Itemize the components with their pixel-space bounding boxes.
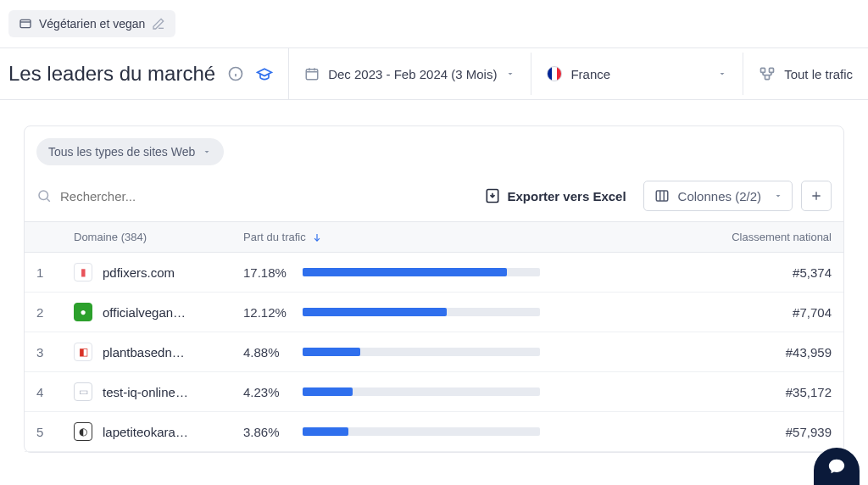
table-row[interactable]: 2 ● officialvegan… 12.12% #7,704	[25, 293, 843, 332]
national-rank: #57,939	[548, 425, 832, 439]
category-tag-label: Végétarien et vegan	[39, 17, 145, 31]
traffic-share-bar	[303, 308, 540, 316]
row-index: 2	[36, 305, 74, 320]
date-range-selector[interactable]: Dec 2023 - Feb 2024 (3 Mois)	[289, 53, 531, 95]
national-rank: #7,704	[548, 305, 832, 320]
traffic-share-pct: 4.23%	[243, 385, 292, 399]
table-row[interactable]: 3 ◧ plantbasedn… 4.88% #43,959	[25, 332, 843, 372]
export-excel-button[interactable]: Exporter vers Excel	[476, 182, 635, 209]
flag-france-icon	[547, 66, 562, 81]
export-icon	[484, 187, 501, 204]
table-row[interactable]: 1 ▮ pdfixers.com 17.18% #5,374	[25, 253, 843, 293]
chat-launcher[interactable]	[814, 448, 860, 485]
site-type-label: Tous les types de sites Web	[48, 145, 195, 159]
domain-name[interactable]: officialvegan…	[103, 305, 186, 320]
header-share[interactable]: Part du trafic	[243, 231, 548, 243]
traffic-share-bar	[303, 348, 540, 356]
add-column-button[interactable]	[801, 181, 832, 211]
favicon: ◧	[74, 343, 92, 361]
date-range-label: Dec 2023 - Feb 2024 (3 Mois)	[328, 67, 497, 81]
favicon: ▭	[74, 382, 92, 401]
page-title: Les leaders du marché	[8, 62, 215, 86]
chevron-down-icon	[773, 191, 783, 201]
plus-icon	[810, 189, 823, 203]
category-tag[interactable]: Végétarien et vegan	[8, 10, 175, 37]
region-label: France	[570, 67, 610, 81]
traffic-share-bar	[303, 268, 540, 276]
pencil-icon[interactable]	[152, 17, 165, 31]
svg-rect-8	[656, 191, 668, 201]
site-type-filter[interactable]: Tous les types de sites Web	[36, 138, 224, 165]
header-rank[interactable]: Classement national	[548, 231, 832, 243]
chat-icon	[827, 457, 846, 476]
calendar-icon	[304, 66, 320, 81]
traffic-share-pct: 12.12%	[243, 305, 292, 320]
favicon: ●	[74, 303, 92, 321]
svg-rect-5	[765, 75, 770, 80]
domain-name[interactable]: lapetiteokara…	[103, 425, 188, 439]
chevron-down-icon	[505, 69, 515, 79]
columns-icon	[654, 188, 670, 203]
national-rank: #35,172	[548, 385, 832, 399]
svg-rect-0	[20, 20, 31, 27]
search-icon	[36, 188, 52, 203]
domain-name[interactable]: pdfixers.com	[103, 265, 175, 280]
row-index: 1	[36, 265, 74, 280]
traffic-scope-label: Tout le trafic	[784, 67, 853, 81]
domain-name[interactable]: plantbasedn…	[103, 345, 185, 360]
traffic-share-pct: 4.88%	[243, 345, 292, 360]
svg-point-6	[39, 191, 48, 200]
table-row[interactable]: 5 ◐ lapetiteokara… 3.86% #57,939	[25, 412, 843, 452]
export-label: Exporter vers Excel	[508, 189, 626, 203]
search-wrap	[36, 188, 467, 203]
academy-icon[interactable]	[256, 65, 273, 82]
favicon: ◐	[74, 422, 92, 441]
columns-label: Colonnes (2/2)	[678, 189, 761, 203]
row-index: 5	[36, 425, 74, 439]
traffic-icon	[759, 65, 776, 82]
chevron-down-icon	[717, 69, 727, 79]
national-rank: #43,959	[548, 345, 832, 360]
traffic-share-bar	[303, 387, 540, 396]
domain-name[interactable]: test-iq-online…	[103, 385, 188, 399]
table-header: Domaine (384) Part du trafic Classement …	[25, 222, 843, 253]
national-rank: #5,374	[548, 265, 832, 280]
info-icon[interactable]	[227, 65, 244, 82]
traffic-share-pct: 17.18%	[243, 265, 292, 280]
search-input[interactable]	[60, 189, 230, 203]
favicon: ▮	[74, 263, 92, 282]
table-row[interactable]: 4 ▭ test-iq-online… 4.23% #35,172	[25, 372, 843, 412]
sort-desc-icon	[311, 231, 323, 243]
traffic-share-pct: 3.86%	[243, 425, 292, 439]
traffic-scope-selector[interactable]: Tout le trafic	[743, 52, 868, 96]
svg-rect-2	[306, 70, 318, 80]
header-domain[interactable]: Domaine (384)	[74, 231, 243, 243]
filter-bar: Les leaders du marché Dec 2023 - Feb 202…	[0, 47, 868, 100]
svg-rect-4	[770, 68, 774, 72]
traffic-share-bar	[303, 427, 540, 436]
chevron-down-icon	[202, 147, 212, 157]
window-icon	[19, 17, 32, 31]
columns-selector[interactable]: Colonnes (2/2)	[643, 181, 793, 211]
row-index: 4	[36, 385, 74, 399]
row-index: 3	[36, 345, 74, 360]
region-selector[interactable]: France	[531, 53, 743, 95]
svg-rect-3	[761, 68, 765, 72]
leaders-panel: Tous les types de sites Web Exporter ver…	[24, 125, 844, 453]
